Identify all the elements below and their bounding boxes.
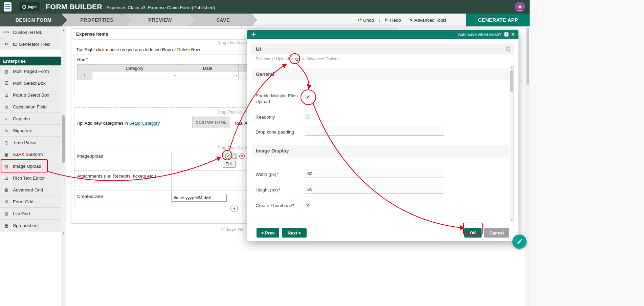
autosave-checkbox[interactable]: ✔ — [504, 32, 509, 37]
cancel-button[interactable]: Cancel — [484, 228, 509, 238]
page-title: FORM BUILDER — [46, 3, 102, 11]
height-input[interactable] — [305, 185, 444, 193]
undo-button[interactable]: ↺ Undo — [358, 17, 374, 23]
date-select-cell[interactable]: ▼ — [177, 72, 239, 80]
logo-text: joget — [28, 5, 37, 9]
subform-icon: ▣ — [3, 152, 10, 157]
multifile-checkbox[interactable]: ✔ — [306, 95, 310, 99]
dialog-scrollbar-thumb[interactable] — [510, 70, 513, 92]
edit-icon[interactable] — [225, 153, 231, 159]
section-image-display: Image Display — [252, 145, 509, 157]
undo-redo-divider: | — [379, 18, 380, 23]
section-general: General — [252, 68, 509, 80]
dropdown-arrow-icon[interactable]: ▼ — [234, 74, 238, 78]
sidebar-item-captcha[interactable]: ◐ Captcha — [0, 113, 61, 125]
delete-icon[interactable] — [239, 153, 245, 159]
ok-button[interactable]: OK — [464, 228, 482, 238]
avatar[interactable]: admin — [515, 2, 525, 12]
width-input[interactable] — [305, 169, 444, 178]
add-section-button[interactable]: + — [230, 205, 238, 212]
setup-category-link[interactable]: Setup Category — [129, 121, 159, 126]
screen: joget FORM BUILDER Expenses Claim v3: Ex… — [0, 0, 644, 306]
column-divider — [232, 115, 232, 137]
dropzone-input[interactable] — [305, 127, 444, 136]
sidebar-item-custom-html[interactable]: </> Custom HTML — [0, 26, 61, 38]
signature-icon: ∿ — [3, 128, 10, 133]
scroll-down-icon[interactable]: ▼ — [510, 218, 513, 221]
close-icon[interactable]: × — [511, 32, 514, 37]
custom-html-placeholder[interactable]: CUSTOM HTML — [192, 117, 230, 128]
grid-row-number: 1 — [77, 72, 92, 80]
calculation-field-icon: ⊞ — [3, 104, 10, 109]
copy-icon[interactable] — [232, 153, 238, 159]
advanced-tools-button[interactable]: ➤ Advanced Tools — [410, 18, 446, 23]
palette-scrollbar[interactable]: ▲ ▼ — [61, 26, 66, 306]
element-palette: </> Custom HTML ID ID Generator Field En… — [0, 26, 66, 306]
sidebar-item-id-generator-field[interactable]: ID ID Generator Field — [0, 38, 61, 50]
grid-col-rownum — [77, 65, 92, 72]
page-scrollbar-thumb[interactable] — [527, 28, 529, 85]
required-mark: * — [277, 172, 279, 177]
crosshair-icon[interactable] — [505, 45, 512, 53]
dropdown-arrow-icon[interactable]: ▼ — [172, 74, 176, 78]
joget-logo[interactable]: joget — [19, 2, 40, 12]
document-lines — [5, 4, 10, 10]
sidebar-item-calculation-field[interactable]: ⊞ Calculation Field — [0, 101, 61, 113]
readonly-label: Readonly — [256, 114, 303, 120]
generate-app-button[interactable]: GENERATE APP — [466, 14, 530, 26]
redo-button[interactable]: ↻ Redo — [385, 17, 401, 23]
tab-preview[interactable]: PREVIEW — [127, 14, 194, 26]
sidebar-item-multi-paged-form[interactable]: ▤ Multi Paged Form — [0, 65, 61, 77]
tab-save[interactable]: SAVE — [189, 14, 257, 26]
document-icon[interactable] — [4, 2, 12, 12]
thumbnail-checkbox[interactable]: ✔ — [306, 203, 310, 207]
scroll-down-icon[interactable]: ▼ — [61, 232, 66, 235]
move-icon[interactable] — [251, 32, 256, 37]
advanced-grid-icon: ▦ — [3, 187, 10, 192]
page-right-margin — [530, 0, 644, 306]
category-select-cell[interactable]: ▼ — [92, 72, 177, 80]
grid-field-label: Grid* — [77, 57, 88, 62]
imageupload-label: imageupload — [77, 154, 103, 159]
sidebar-item-spreadsheet[interactable]: ▦ Spreadsheet — [0, 220, 61, 231]
field-action-icons — [225, 153, 245, 159]
sidebar-item-image-upload[interactable]: ▧ Image Upload — [0, 160, 61, 172]
dropzone-label: Drop zone padding — [256, 129, 303, 135]
tab-properties[interactable]: PROPERTIES — [62, 14, 131, 26]
header-divider — [15, 3, 15, 11]
breadcrumb-ui[interactable]: UI — [295, 57, 300, 62]
thumbnail-label: Create Thumbnail? — [256, 203, 303, 208]
id-icon: ID — [3, 42, 10, 46]
floating-edit-button[interactable] — [512, 234, 527, 249]
grid-col-date[interactable]: Date — [177, 65, 239, 72]
breadcrumb-advanced-options[interactable]: Advanced Options — [306, 57, 339, 61]
breadcrumb-edit-image-upload[interactable]: Edit Image Upload — [256, 57, 289, 61]
scroll-up-icon[interactable]: ▲ — [510, 66, 513, 68]
sidebar-item-form-grid[interactable]: ⊞ Form Grid — [0, 196, 61, 208]
palette-scrollbar-thumb[interactable] — [62, 115, 65, 163]
page-scrollbar[interactable] — [526, 27, 530, 306]
sidebar-item-ajax-subform[interactable]: ▣ AJAX Subform — [0, 148, 61, 160]
createddate-input[interactable] — [172, 194, 227, 202]
grid-tip-text: Tip: Right click mouse on grid area to I… — [76, 47, 201, 52]
dialog-titlebar[interactable]: Auto save when close? ✔ × — [247, 30, 518, 39]
next-button[interactable]: Next > — [282, 228, 307, 238]
sidebar-item-advanced-grid[interactable]: ▦ Advanced Grid — [0, 184, 61, 196]
dialog-scrollbar[interactable]: ▲ ▼ — [510, 65, 514, 222]
sidebar-item-time-picker[interactable]: ◷ Time Picker — [0, 137, 61, 148]
sidebar-item-popup-select-box[interactable]: ⊡ Popup Select Box — [0, 89, 61, 101]
palette-gap — [0, 50, 61, 57]
prev-button[interactable]: < Prev — [257, 228, 279, 238]
sidebar-item-rich-text-editor[interactable]: ⊟ Rich Text Editor — [0, 172, 61, 184]
multifile-label: Enable Multiple Files Upload — [256, 93, 303, 104]
popup-select-box-icon: ⊡ — [3, 93, 10, 98]
sidebar-item-multi-select-box[interactable]: ☑ Multi Select Box — [0, 77, 61, 89]
readonly-checkbox[interactable] — [306, 115, 310, 119]
dialog-footer: < Prev Next > OK Cancel — [247, 223, 518, 241]
tab-design-form[interactable]: DESIGN FORM — [0, 14, 67, 26]
grid-col-category[interactable]: Category — [92, 65, 177, 72]
breadcrumb-separator: > — [291, 57, 293, 61]
sidebar-item-signature[interactable]: ∿ Signature — [0, 125, 61, 137]
sidebar-item-list-grid[interactable]: ▤ List Grid — [0, 208, 61, 220]
scroll-up-icon[interactable]: ▲ — [61, 28, 66, 32]
